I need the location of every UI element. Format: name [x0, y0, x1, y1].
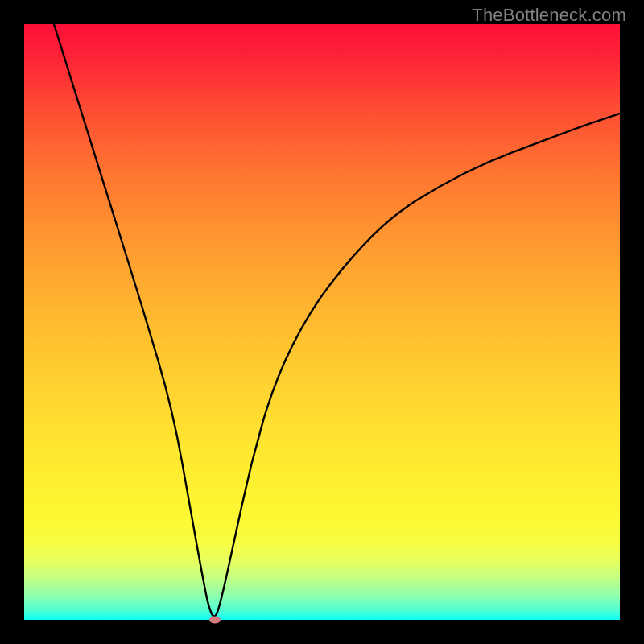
bottleneck-curve [24, 24, 620, 620]
watermark-text: TheBottleneck.com [472, 5, 626, 26]
optimal-point-marker [209, 617, 221, 624]
plot-area [24, 24, 620, 620]
chart-container: TheBottleneck.com [0, 0, 644, 644]
